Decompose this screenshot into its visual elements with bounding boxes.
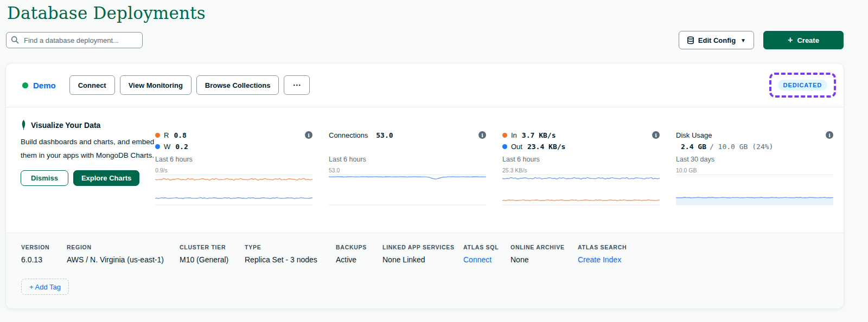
metadata-label: BACKUPS — [336, 244, 376, 250]
deployment-search[interactable] — [6, 32, 143, 48]
metric-label: Out — [511, 143, 522, 151]
series-dot-icon — [155, 133, 160, 138]
sparkline-chart — [329, 175, 486, 205]
dismiss-button[interactable]: Dismiss — [21, 170, 68, 186]
promo-body-text: Build dashboards and charts, and embed t… — [21, 136, 155, 163]
explore-charts-button[interactable]: Explore Charts — [73, 170, 139, 186]
legend: R0.8W0.2 — [155, 130, 305, 154]
sparkline-chart — [676, 175, 833, 205]
legend: Connections53.0 — [329, 130, 478, 154]
series-dot-icon — [502, 144, 507, 149]
metadata-value: 6.0.13 — [21, 255, 60, 264]
create-label: Create — [797, 36, 819, 44]
legend: Disk Usage2.4 GB/ 10.0 GB (24%) — [676, 130, 826, 154]
chevron-down-icon: ▼ — [741, 37, 746, 43]
metadata-value: None — [510, 255, 571, 264]
metadata-value: AWS / N. Virginia (us-east-1) — [67, 255, 173, 264]
cluster-name-link[interactable]: Demo — [33, 81, 56, 90]
sparkline-series-out — [502, 177, 660, 179]
metric-panel-network[interactable]: In3.7 KB/sOut23.4 KB/siLast 6 hours25.3 … — [502, 130, 660, 205]
y-axis-max-label: 53.0 — [329, 163, 486, 175]
cluster-card: Demo Connect View Monitoring Browse Coll… — [5, 63, 844, 309]
metadata-field: ATLAS SQLConnect — [463, 244, 510, 264]
metric-label: Disk Usage — [676, 131, 712, 139]
info-icon[interactable]: i — [652, 131, 660, 139]
sparkline-series-connections — [329, 177, 486, 179]
legend-row: R0.8 — [155, 130, 305, 140]
plus-icon: + — [788, 36, 793, 44]
metadata-label: ATLAS SEARCH — [578, 244, 627, 250]
y-axis-max-label: 25.3 KB/s — [502, 163, 660, 175]
metadata-field: VERSION6.0.13 — [21, 244, 67, 264]
metadata-field: BACKUPSActive — [336, 244, 382, 264]
metadata-value: None Linked — [382, 255, 457, 264]
metadata-field: CLUSTER TIERM10 (General) — [180, 244, 245, 264]
legend-row: Connections53.0 — [329, 130, 478, 140]
header-actions: Edit Config ▼ + Create — [679, 31, 844, 49]
search-icon — [11, 36, 19, 44]
metadata-field: TYPEReplica Set - 3 nodes — [245, 244, 336, 264]
more-options-button[interactable]: ⋯ — [284, 75, 310, 95]
connect-button[interactable]: Connect — [69, 75, 115, 95]
edit-config-label: Edit Config — [698, 36, 736, 44]
database-icon — [687, 36, 694, 44]
view-monitoring-button[interactable]: View Monitoring — [120, 75, 192, 95]
legend-row: W0.2 — [155, 141, 305, 152]
legend: In3.7 KB/sOut23.4 KB/s — [502, 130, 652, 154]
create-button[interactable]: + Create — [763, 31, 844, 49]
time-range-caption: Last 6 hours — [502, 156, 660, 163]
metric-value: 0.2 — [175, 143, 188, 151]
metadata-field: LINKED APP SERVICESNone Linked — [382, 244, 463, 264]
metric-panel-read-write[interactable]: R0.8W0.2iLast 6 hours0.9/s — [155, 130, 312, 205]
add-tag-button[interactable]: + Add Tag — [21, 279, 69, 295]
info-icon[interactable]: i — [478, 131, 486, 139]
metric-label: R — [164, 131, 169, 139]
metric-panel-disk-usage[interactable]: Disk Usage2.4 GB/ 10.0 GB (24%)iLast 30 … — [676, 130, 833, 205]
charts-promo: Visualize Your Data Build dashboards and… — [21, 120, 155, 186]
metadata-field: ATLAS SEARCHCreate Index — [578, 244, 633, 264]
info-icon[interactable]: i — [305, 131, 312, 139]
metadata-link[interactable]: Create Index — [578, 255, 627, 264]
promo-heading: Visualize Your Data — [31, 121, 100, 130]
metadata-label: CLUSTER TIER — [180, 244, 238, 250]
cluster-actions: Connect View Monitoring Browse Collectio… — [69, 75, 310, 95]
sparkline-area-fill — [676, 197, 833, 205]
metadata-label: LINKED APP SERVICES — [382, 244, 457, 250]
sparkline-series-in — [502, 200, 660, 201]
y-axis-max-label: 10.0 GB — [676, 163, 833, 175]
time-range-caption: Last 30 days — [676, 156, 833, 163]
legend-row: In3.7 KB/s — [502, 130, 652, 140]
metric-value: 53.0 — [376, 131, 393, 139]
metadata-value: M10 (General) — [180, 255, 238, 264]
cluster-card-footer: VERSION6.0.13REGIONAWS / N. Virginia (us… — [6, 233, 844, 308]
metadata-field: ONLINE ARCHIVENone — [510, 244, 578, 264]
promo-heading-row: Visualize Your Data — [21, 120, 155, 130]
panel-header: R0.8W0.2i — [155, 130, 312, 154]
series-dot-icon — [155, 144, 160, 149]
series-dot-icon — [502, 133, 507, 138]
metadata-link[interactable]: Connect — [463, 255, 504, 264]
browse-collections-button[interactable]: Browse Collections — [196, 75, 279, 95]
metadata-value: Replica Set - 3 nodes — [245, 255, 329, 264]
metric-panel-connections[interactable]: Connections53.0iLast 6 hours53.0 — [329, 130, 486, 205]
metric-value: 0.8 — [174, 131, 186, 139]
page-title: Database Deployments — [7, 3, 206, 23]
mongodb-leaf-icon — [21, 120, 27, 130]
cluster-card-header: Demo Connect View Monitoring Browse Coll… — [6, 63, 844, 107]
metric-value: 2.4 GB — [681, 143, 706, 151]
edit-config-button[interactable]: Edit Config ▼ — [679, 31, 754, 49]
annotation-highlight-box: DEDICATED — [769, 73, 836, 98]
legend-row: Out23.4 KB/s — [502, 141, 652, 152]
metadata-label: TYPE — [245, 244, 329, 250]
time-range-caption: Last 6 hours — [155, 156, 312, 163]
metric-label: In — [511, 131, 517, 139]
info-icon[interactable]: i — [826, 131, 833, 139]
sparkline-chart — [502, 175, 660, 205]
badge-zone: DEDICATED — [769, 73, 836, 98]
metric-value-secondary: / 10.0 GB (24%) — [710, 143, 773, 151]
metadata-label: ATLAS SQL — [463, 244, 504, 250]
legend-row: Disk Usage — [676, 130, 826, 140]
search-input[interactable] — [6, 32, 143, 48]
metadata-value: Active — [336, 255, 376, 264]
cluster-metadata-fields: VERSION6.0.13REGIONAWS / N. Virginia (us… — [21, 244, 844, 264]
